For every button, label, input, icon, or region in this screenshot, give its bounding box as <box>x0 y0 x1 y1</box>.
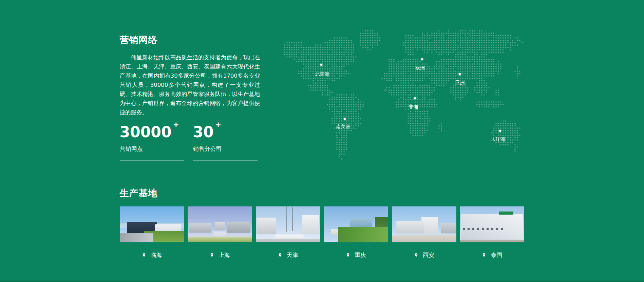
production-base-name: 泰国 <box>491 251 502 259</box>
stat-value: 30+ <box>193 125 258 140</box>
map-label-south-america: 南美洲 <box>336 123 351 130</box>
stat-value: 30000+ <box>120 125 184 140</box>
production-base-card-linhai[interactable]: 临海 <box>120 206 184 259</box>
location-pin-icon <box>414 252 418 258</box>
map-point-europe <box>421 58 423 60</box>
stats-row: 30000+ 营销网点 30+ 销售分公司 <box>120 125 258 161</box>
map-label-africa: 非洲 <box>409 103 418 110</box>
stat-marketing-outlets: 30000+ 营销网点 <box>120 125 184 161</box>
production-base-card-thailand[interactable]: 泰国 <box>460 206 524 259</box>
production-base-card-shanghai[interactable]: 上海 <box>188 206 252 259</box>
production-base-card-xian[interactable]: 西安 <box>392 206 456 259</box>
map-point-north-america <box>320 64 322 66</box>
base-label: 泰国 <box>460 251 524 259</box>
stat-label: 销售分公司 <box>193 145 258 153</box>
stat-sales-branches: 30+ 销售分公司 <box>193 125 258 161</box>
production-base-photo[interactable] <box>324 206 388 242</box>
continent-label: 非洲 <box>409 104 418 109</box>
stat-number: 30000 <box>120 123 172 141</box>
production-base-photo[interactable] <box>460 206 524 242</box>
map-label-europe: 欧洲 <box>415 64 425 71</box>
map-label-oceania: 大洋洲 <box>491 136 505 142</box>
location-pin-icon <box>482 252 486 258</box>
map-point-africa <box>414 97 416 99</box>
production-base-card-chongqing[interactable]: 重庆 <box>324 206 388 259</box>
marketing-network-paragraph: 伟星新材始终以高品质生活的支持者为使命，现已在浙江、上海、天津、重庆、西安、泰国… <box>120 53 260 117</box>
marketing-network-title: 营销网络 <box>120 34 158 46</box>
map-point-asia <box>459 73 461 75</box>
continent-label: 欧洲 <box>415 65 425 70</box>
continent-label: 北美洲 <box>315 71 329 77</box>
location-pin-icon <box>278 252 282 258</box>
plus-sign: + <box>173 120 179 129</box>
bottom-divider <box>0 281 644 282</box>
continent-label: 亚洲 <box>455 80 465 85</box>
base-label: 临海 <box>120 251 184 259</box>
location-pin-icon <box>346 252 350 258</box>
map-label-north-america: 北美洲 <box>315 70 329 77</box>
stat-label: 营销网点 <box>120 145 184 153</box>
production-base-photo[interactable] <box>392 206 456 242</box>
base-label: 西安 <box>392 251 456 259</box>
location-pin-icon <box>210 252 214 258</box>
plus-sign: + <box>215 120 221 129</box>
production-base-photo[interactable] <box>256 206 320 242</box>
base-label: 重庆 <box>324 251 388 259</box>
map-point-oceania <box>499 130 501 132</box>
production-bases-title: 生产基地 <box>120 187 158 199</box>
map-label-asia: 亚洲 <box>455 79 465 86</box>
base-label: 上海 <box>188 251 252 259</box>
base-label: 天津 <box>256 251 320 259</box>
production-base-name: 上海 <box>219 251 230 259</box>
continent-label: 南美洲 <box>336 124 351 129</box>
map-point-south-america <box>344 118 346 120</box>
production-base-name: 天津 <box>287 251 298 259</box>
production-base-card-tianjin[interactable]: 天津 <box>256 206 320 259</box>
production-base-name: 临海 <box>151 251 162 259</box>
production-bases-row: 临海 上海 天津 <box>120 206 525 259</box>
production-base-photo[interactable] <box>188 206 252 242</box>
production-base-name: 西安 <box>423 251 434 259</box>
location-pin-icon <box>142 252 146 258</box>
production-base-photo[interactable] <box>120 206 184 242</box>
production-base-name: 重庆 <box>355 251 366 259</box>
world-map: 北美洲 欧洲 亚洲 非洲 南美洲 大洋洲 <box>284 25 524 161</box>
stat-number: 30 <box>193 123 214 141</box>
page-content: 营销网络 伟星新材始终以高品质生活的支持者为使命，现已在浙江、上海、天津、重庆、… <box>120 0 525 282</box>
continent-label: 大洋洲 <box>491 136 505 142</box>
world-map-dots <box>284 25 524 161</box>
